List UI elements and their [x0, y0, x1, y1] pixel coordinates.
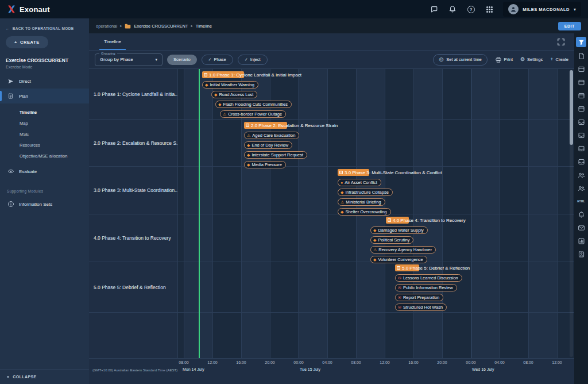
users-icon[interactable]: [577, 183, 586, 193]
inject-chip[interactable]: ●Air Asset Conflict: [338, 179, 381, 186]
filter-chip-scenario[interactable]: Scenario: [167, 55, 197, 65]
grouping-select[interactable]: Grouping Group by Phase ▾: [95, 53, 163, 66]
inject-chip[interactable]: ✉Lessons Learned Discussion: [395, 274, 462, 282]
axis-days: Mon 14 JulyTue 15 JulyWed 16 July: [178, 367, 574, 374]
contact-card-icon[interactable]: [577, 249, 586, 259]
set-at-current-time-button[interactable]: ◎ Set at current time: [433, 54, 487, 66]
phase-bar-label: 4.0 Phase 4: Transition to Recovery: [388, 217, 466, 224]
chat-icon[interactable]: [430, 5, 439, 14]
inject-chip[interactable]: ◆Interstate Support Request: [244, 151, 307, 159]
diamond-icon: ◆: [373, 228, 376, 232]
create-button[interactable]: + Create: [550, 57, 568, 62]
inject-chip[interactable]: ⚠Aged Care Evacuation: [244, 132, 299, 139]
warning-icon: ⚠: [341, 200, 344, 204]
bell-icon[interactable]: [577, 210, 586, 219]
gantt-group-label: 3.0 Phase 3: Multi-State Coordination...: [89, 167, 177, 214]
row-divider: [178, 166, 574, 167]
exonaut-logo[interactable]: Exonaut: [7, 5, 50, 14]
collapse-button[interactable]: « COLLAPSE: [0, 369, 89, 384]
help-icon[interactable]: ?: [466, 5, 475, 14]
breadcrumb-separator-icon: ▸: [191, 24, 193, 28]
right-rail: HTML: [574, 36, 588, 384]
inject-chip[interactable]: ⚠Ministerial Briefing: [338, 198, 385, 206]
panel-icon[interactable]: [577, 64, 586, 74]
breadcrumb-exercise[interactable]: Exercise CROSSCURRENT: [134, 24, 188, 29]
axis-time-label: 08:00: [351, 360, 361, 364]
layers-icon[interactable]: [577, 130, 586, 140]
gantt-plot[interactable]: 1.0 Phase 1: Cyclone Landfall & Initial …: [178, 69, 574, 358]
layers-icon[interactable]: [577, 144, 586, 153]
phase-icon: [388, 218, 391, 222]
scrollbar-thumb[interactable]: [570, 70, 573, 145]
gantt: 1.0 Phase 1: Cyclone Landfall & Initia..…: [89, 69, 574, 358]
inject-chip[interactable]: ◆Infrastructure Collapse: [338, 189, 393, 196]
html-icon[interactable]: HTML: [577, 197, 586, 206]
folder-icon: [125, 24, 131, 29]
notifications-bell-icon[interactable]: [448, 5, 457, 14]
print-button[interactable]: Print: [495, 56, 513, 63]
inject-chip[interactable]: ⚠Recovery Agency Handover: [370, 246, 436, 254]
plan-icon: [7, 93, 14, 99]
chart-icon[interactable]: [577, 236, 586, 245]
sidebar-item-mse[interactable]: MSE: [0, 129, 89, 140]
inject-chip[interactable]: ✉Public Information Review: [395, 284, 457, 291]
filter-chip-inject[interactable]: ✓ Inject: [238, 55, 268, 65]
plus-icon: +: [14, 40, 17, 45]
inject-label: Structured Hot Wash: [403, 305, 443, 310]
inject-chip[interactable]: ◆Media Pressure: [244, 161, 286, 168]
axis-time-label: 00:00: [293, 360, 304, 364]
diamond-icon: ◆: [214, 93, 217, 97]
panel-icon[interactable]: [577, 104, 586, 113]
users-icon[interactable]: [577, 170, 586, 179]
sidebar-item-objective-mse-allocation[interactable]: Objective/MSE allocation: [0, 151, 89, 162]
inject-chip[interactable]: ◆Shelter Overcrowding: [338, 208, 391, 216]
inject-label: Volunteer Convergence: [378, 257, 423, 262]
target-icon: ◎: [439, 57, 443, 62]
mail-icon[interactable]: [577, 223, 586, 232]
sidebar-item-information-sets[interactable]: Information Sets: [0, 197, 89, 212]
inject-chip[interactable]: ◆Flash Flooding Cuts Communities: [215, 101, 292, 108]
back-to-operational-mode[interactable]: ← BACK TO OPERATIONAL MODE: [0, 18, 89, 30]
edit-button[interactable]: EDIT: [558, 22, 581, 30]
layers-icon[interactable]: [577, 157, 586, 166]
breadcrumb-operational[interactable]: operational: [96, 24, 117, 29]
inject-chip[interactable]: ◆Road Access Lost: [211, 91, 257, 98]
filter-icon[interactable]: [576, 37, 586, 47]
sidebar-item-plan[interactable]: Plan: [0, 89, 89, 103]
layers-icon[interactable]: [577, 117, 586, 126]
document-icon[interactable]: [577, 51, 586, 60]
inject-chip[interactable]: ⚠Cross-border Power Outage: [220, 110, 286, 118]
sidebar-item-map[interactable]: Map: [0, 118, 89, 129]
inject-chip[interactable]: ◆Initial Weather Warning: [202, 81, 258, 89]
inject-chip[interactable]: ◆End of Day Review: [244, 141, 292, 149]
sidebar-item-resources[interactable]: Resources: [0, 140, 89, 151]
user-menu[interactable]: MILES MACDONALD ▾: [503, 2, 581, 17]
axis-plot: 08:0012:0016:0020:0000:0004:0008:0012:00…: [178, 359, 574, 374]
tab-timeline[interactable]: Timeline: [91, 33, 134, 50]
phase-icon: [246, 124, 249, 127]
axis-time-label: 16:00: [408, 360, 419, 364]
filter-chip-phase[interactable]: ✓ Phase: [202, 55, 233, 65]
axis-time-label: 16:00: [236, 360, 246, 364]
panel-icon[interactable]: [577, 91, 586, 100]
sidebar-item-direct[interactable]: Direct: [0, 74, 89, 89]
inject-chip[interactable]: ◆Political Scrutiny: [370, 236, 413, 244]
apps-grid-icon[interactable]: [485, 5, 494, 14]
inject-chip[interactable]: ✉Structured Hot Wash: [395, 304, 447, 311]
chevron-down-icon: ▾: [574, 7, 576, 12]
sidebar-create-button[interactable]: + CREATE: [6, 36, 48, 48]
panel-icon[interactable]: [577, 78, 586, 87]
warning-icon: ⚠: [223, 112, 226, 116]
axis-time-label: 12:00: [380, 360, 390, 364]
inject-chip[interactable]: ◆Volunteer Convergence: [370, 256, 427, 263]
inject-chip[interactable]: ✉Report Preparation: [395, 294, 443, 301]
sidebar-item-timeline[interactable]: Timeline: [0, 107, 89, 118]
row-divider: [178, 119, 574, 120]
warning-icon: ⚠: [247, 133, 250, 137]
exonaut-app: Exonaut ? MILES MACDONALD ▾: [0, 0, 588, 384]
fullscreen-icon[interactable]: [557, 38, 565, 46]
settings-button[interactable]: ⚙ Settings: [520, 57, 543, 62]
sidebar-item-evaluate[interactable]: Evaluate: [0, 164, 89, 179]
inject-chip[interactable]: ◆Damaged Water Supply: [370, 226, 428, 234]
axis-time-label: 20:00: [437, 360, 447, 364]
